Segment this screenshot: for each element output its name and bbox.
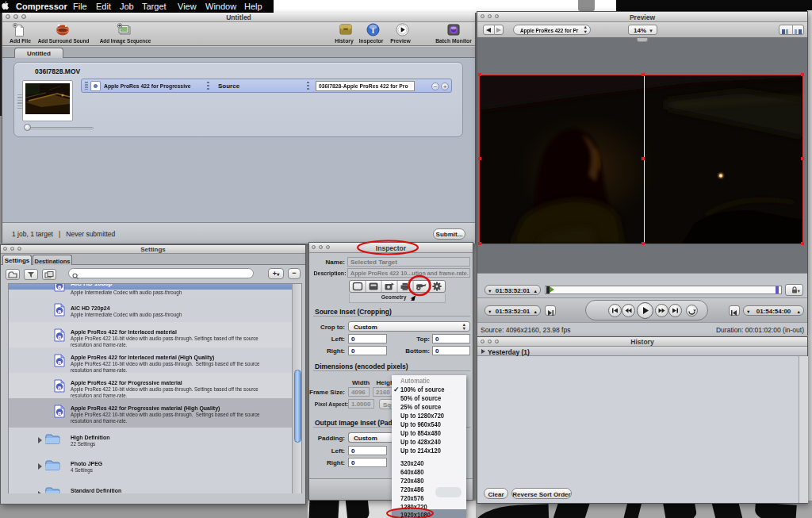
svg-text:a: a xyxy=(58,333,62,340)
svg-text:a: a xyxy=(58,409,62,416)
svg-text:a: a xyxy=(58,384,62,391)
svg-text:a: a xyxy=(58,283,62,290)
svg-text:i: i xyxy=(372,26,374,35)
svg-text:a: a xyxy=(58,308,62,315)
svg-text:a: a xyxy=(58,359,62,366)
